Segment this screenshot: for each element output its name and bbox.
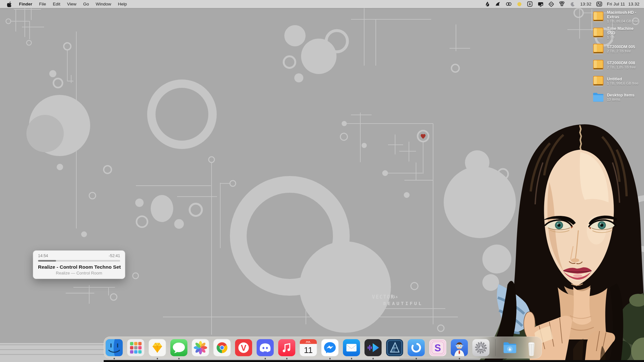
calendar-icon: JUL 11 <box>299 339 317 357</box>
trash-icon <box>522 339 541 357</box>
running-indicator <box>264 358 266 359</box>
dock-item-mail[interactable] <box>342 339 361 357</box>
running-indicator <box>113 358 115 359</box>
now-playing-widget[interactable]: 14:54 -52:41 Realize - Control Room Tech… <box>33 250 125 279</box>
apple-menu[interactable] <box>6 1 12 7</box>
mail-icon <box>342 339 361 357</box>
yellow-dot-icon[interactable] <box>516 1 522 7</box>
keys-icon[interactable] <box>559 1 565 7</box>
dock-item-messages[interactable] <box>170 339 188 357</box>
running-indicator <box>156 358 158 359</box>
launchpad-icon <box>127 339 145 357</box>
running-indicator <box>286 358 288 359</box>
dock-item-downie[interactable] <box>450 339 469 357</box>
dock-item-discord[interactable] <box>256 339 274 357</box>
woman-illustration <box>467 124 644 362</box>
photos-icon <box>191 339 210 357</box>
svg-text:V: V <box>241 343 246 352</box>
item-name: ST2000DM 005 <box>607 45 642 49</box>
control-center-icon[interactable] <box>596 1 602 7</box>
menu-file[interactable]: File <box>39 2 46 6</box>
blue-folder-icon <box>592 92 605 103</box>
track-artist: Realize — Control Room <box>38 271 120 275</box>
wallpaper-bottom-edge <box>104 360 644 362</box>
active-app-name[interactable]: Finder <box>19 2 32 6</box>
item-name: Desktop Items <box>607 93 642 97</box>
menu-help[interactable]: Help <box>118 2 127 6</box>
item-info: 2 TB, 1,85 TB free <box>607 65 642 70</box>
dock-item-trash[interactable] <box>522 339 541 357</box>
chrome-icon <box>213 339 231 357</box>
dock-item-downloads-folder[interactable] <box>501 339 519 357</box>
desktop-item-time-machine-ssd[interactable]: Time Machine SSD 1 TB <box>592 25 643 41</box>
dock-item-finder[interactable] <box>105 339 123 357</box>
download-box-icon[interactable] <box>527 1 533 7</box>
affinity-designer-icon <box>385 339 404 357</box>
dock-item-media-player[interactable] <box>364 339 382 357</box>
menu-window[interactable]: Window <box>96 2 111 6</box>
running-indicator <box>351 358 352 359</box>
orange-drive-icon <box>592 43 605 55</box>
secondary-clock[interactable]: 13:32 <box>580 2 592 6</box>
menu-go[interactable]: Go <box>83 2 89 6</box>
item-info: 1 TB, 89,04 GB free <box>607 19 642 23</box>
svg-text:JUL: JUL <box>306 340 311 343</box>
discord-icon <box>256 339 274 357</box>
droplet-icon[interactable] <box>485 1 490 7</box>
running-indicator <box>178 358 180 359</box>
progress-bar[interactable] <box>38 260 120 262</box>
wallpaper-text-line1: VECTOR <box>372 294 394 300</box>
orange-drive-icon <box>592 59 605 71</box>
item-name: ST2000DM 008 <box>607 61 642 65</box>
dock-item-vivaldi[interactable]: V <box>234 339 253 357</box>
dock-item-music[interactable] <box>278 339 296 357</box>
display-icon[interactable] <box>538 1 544 7</box>
vivaldi-icon: V <box>234 339 253 357</box>
dock-item-messenger[interactable] <box>321 339 339 357</box>
desktop-screen: VECTOR is BEAUTIFUL <box>0 0 644 362</box>
running-indicator <box>329 358 331 359</box>
music-icon <box>278 339 296 357</box>
fin-icon[interactable] <box>495 1 501 7</box>
dock-item-progress-ring-app[interactable] <box>407 339 425 357</box>
running-indicator <box>415 358 417 359</box>
diamond-lines-icon[interactable] <box>548 1 554 7</box>
dock: V <box>104 337 542 358</box>
dock-item-s-letter-app[interactable]: S <box>429 339 447 357</box>
messages-icon <box>170 339 188 357</box>
gear-icon <box>472 339 490 357</box>
desktop-item-st2000dm-008[interactable]: ST2000DM 008 2 TB, 1,85 TB free <box>592 57 643 73</box>
elapsed-time: 14:54 <box>38 254 48 258</box>
menu-bar-clock[interactable]: 13.32 <box>628 2 639 6</box>
dock-item-launchpad[interactable] <box>127 339 145 357</box>
menu-view[interactable]: View <box>67 2 76 6</box>
wallpaper-text-line1-small: is <box>393 295 398 299</box>
item-info: 13 items <box>607 97 642 102</box>
desktop-item-st2000dm-005[interactable]: ST2000DM 005 2 TB, 2 TB free <box>592 41 643 57</box>
item-name: Macintosh HD - Extras <box>607 10 642 19</box>
moon-icon[interactable] <box>570 1 575 7</box>
linked-circles-icon[interactable] <box>506 1 512 7</box>
orange-drive-icon <box>592 11 605 23</box>
item-info: 1 TB <box>607 35 642 40</box>
dock-item-chrome[interactable] <box>213 339 231 357</box>
dock-item-photos[interactable] <box>191 339 210 357</box>
progress-ring-icon <box>407 339 425 357</box>
item-info: 2 TB, 2 TB free <box>607 49 642 53</box>
desktop-item-desktop-items[interactable]: Desktop Items 13 items <box>592 89 643 105</box>
menu-bar: Finder File Edit View Go Window Help <box>0 0 644 8</box>
desktop-item-macintosh-hd-extras[interactable]: Macintosh HD - Extras 1 TB, 89,04 GB fre… <box>592 9 643 25</box>
messenger-icon <box>321 339 339 357</box>
menu-edit[interactable]: Edit <box>53 2 60 6</box>
dock-item-calendar[interactable]: JUL 11 <box>299 339 317 357</box>
dock-item-sketch[interactable] <box>148 339 166 357</box>
desktop-item-untitled[interactable]: Untitled 1 TB, 998,6 GB free <box>592 73 643 89</box>
progress-fill <box>38 260 56 262</box>
item-info: 1 TB, 998,6 GB free <box>607 81 642 86</box>
dock-separator <box>495 339 496 356</box>
desktop-icons: Macintosh HD - Extras 1 TB, 89,04 GB fre… <box>592 9 643 105</box>
menu-bar-date[interactable]: Fri Jul 11 <box>607 2 625 6</box>
dock-item-affinity-designer[interactable] <box>385 339 404 357</box>
svg-text:11: 11 <box>304 345 313 355</box>
dock-item-system-preferences[interactable] <box>472 339 490 357</box>
